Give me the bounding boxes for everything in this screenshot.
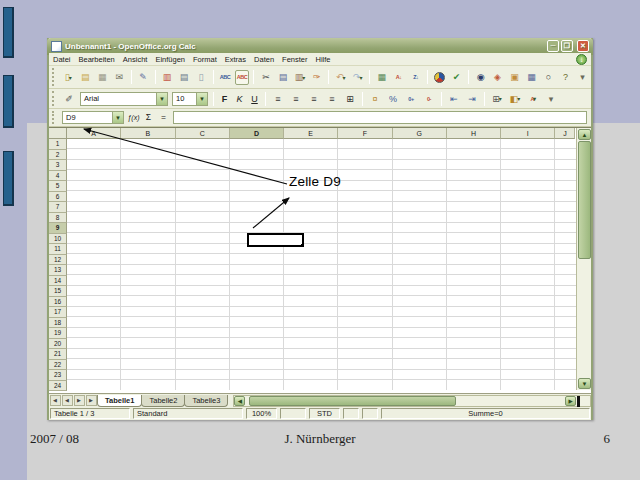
row-header-10[interactable]: 10 bbox=[49, 234, 67, 245]
borders-icon[interactable]: ⊞▾ bbox=[489, 91, 505, 106]
justify-icon[interactable]: ≡ bbox=[324, 91, 340, 106]
align-center-icon[interactable]: ≡ bbox=[288, 91, 304, 106]
selected-cell-d9[interactable] bbox=[247, 233, 304, 247]
last-sheet-icon[interactable]: ▶ bbox=[86, 395, 97, 406]
status-selection-mode[interactable]: STD bbox=[309, 408, 340, 419]
row-header-3[interactable]: 3 bbox=[49, 160, 67, 171]
open-folder-icon[interactable]: ▤ bbox=[78, 70, 93, 85]
row-header-4[interactable]: 4 bbox=[49, 171, 67, 182]
column-header-A[interactable]: A bbox=[67, 128, 121, 139]
font-name-combobox[interactable]: Arial ▼ bbox=[80, 92, 168, 106]
function-wizard-icon[interactable]: ƒ(x) bbox=[126, 111, 141, 124]
previous-sheet-icon[interactable]: ◀ bbox=[62, 395, 73, 406]
number-currency-icon[interactable]: ¤ bbox=[367, 91, 383, 106]
row-header-14[interactable]: 14 bbox=[49, 276, 67, 287]
undo-icon[interactable]: ↶▾ bbox=[333, 70, 348, 85]
email-document-icon[interactable]: ✉ bbox=[112, 70, 127, 85]
gallery-icon[interactable]: ▣ bbox=[507, 70, 522, 85]
chevron-down-icon[interactable]: ▼ bbox=[112, 112, 123, 123]
sheet-tab-tabelle2[interactable]: Tabelle2 bbox=[141, 395, 185, 407]
navigator-icon[interactable]: ◈ bbox=[490, 70, 505, 85]
row-header-7[interactable]: 7 bbox=[49, 202, 67, 213]
column-header-F[interactable]: F bbox=[338, 128, 392, 139]
menu-item-6[interactable]: Daten bbox=[254, 55, 274, 64]
align-left-icon[interactable]: ≡ bbox=[270, 91, 286, 106]
first-sheet-icon[interactable]: ◀ bbox=[50, 395, 61, 406]
toolbar-grip[interactable] bbox=[52, 111, 57, 125]
column-header-D[interactable]: D bbox=[230, 128, 284, 139]
maximize-button[interactable]: ❐ bbox=[561, 40, 573, 52]
menu-item-0[interactable]: Datei bbox=[53, 55, 71, 64]
row-header-22[interactable]: 22 bbox=[49, 360, 67, 371]
decrease-indent-icon[interactable]: ⇤ bbox=[446, 91, 462, 106]
vertical-scroll-thumb[interactable] bbox=[578, 141, 591, 259]
row-header-2[interactable]: 2 bbox=[49, 150, 67, 161]
number-percent-icon[interactable]: % bbox=[385, 91, 401, 106]
edit-file-icon[interactable]: ✎ bbox=[136, 70, 151, 85]
row-header-9[interactable]: 9 bbox=[49, 223, 67, 234]
column-header-E[interactable]: E bbox=[284, 128, 338, 139]
italic-button[interactable]: K bbox=[233, 92, 246, 106]
row-header-16[interactable]: 16 bbox=[49, 297, 67, 308]
bold-button[interactable]: F bbox=[218, 92, 231, 106]
formula-input-line[interactable] bbox=[173, 111, 587, 124]
equals-icon[interactable]: = bbox=[156, 111, 171, 124]
sort-table-icon[interactable]: ▦ bbox=[374, 70, 389, 85]
name-box[interactable]: D9 ▼ bbox=[62, 111, 124, 124]
row-header-21[interactable]: 21 bbox=[49, 349, 67, 360]
chevron-down-icon[interactable]: ▼ bbox=[156, 93, 167, 105]
data-sources-icon[interactable]: ▦ bbox=[524, 70, 539, 85]
status-sum[interactable]: Summe=0 bbox=[381, 408, 590, 419]
row-header-18[interactable]: 18 bbox=[49, 318, 67, 329]
scroll-left-icon[interactable]: ◀ bbox=[234, 396, 245, 406]
find-replace-icon[interactable]: ◉ bbox=[473, 70, 488, 85]
auto-spellcheck-icon[interactable]: ABC bbox=[235, 70, 250, 85]
copy-icon[interactable]: ▤ bbox=[275, 70, 290, 85]
export-pdf-icon[interactable]: ▥ bbox=[160, 70, 175, 85]
next-sheet-icon[interactable]: ▶ bbox=[74, 395, 85, 406]
spellcheck-icon[interactable]: ABC bbox=[218, 70, 233, 85]
row-header-20[interactable]: 20 bbox=[49, 339, 67, 350]
paste-icon[interactable]: ▥▾ bbox=[292, 70, 307, 85]
background-color-icon[interactable]: ◧▾ bbox=[507, 91, 523, 106]
menu-item-8[interactable]: Hilfe bbox=[316, 55, 331, 64]
toolbar-overflow-icon[interactable]: ▾ bbox=[575, 70, 590, 85]
horizontal-scrollbar[interactable]: ◀ ▶ bbox=[233, 395, 591, 407]
format-paintbrush-icon[interactable]: ✑ bbox=[309, 70, 324, 85]
save-document-icon[interactable]: ▦ bbox=[95, 70, 110, 85]
row-header-17[interactable]: 17 bbox=[49, 307, 67, 318]
column-header-H[interactable]: H bbox=[447, 128, 501, 139]
menu-item-3[interactable]: Einfügen bbox=[155, 55, 185, 64]
underline-button[interactable]: U bbox=[248, 92, 261, 106]
row-header-19[interactable]: 19 bbox=[49, 328, 67, 339]
print-icon[interactable]: ▤ bbox=[177, 70, 192, 85]
cut-icon[interactable]: ✂ bbox=[258, 70, 273, 85]
menu-item-5[interactable]: Extras bbox=[225, 55, 246, 64]
row-header-6[interactable]: 6 bbox=[49, 192, 67, 203]
menu-item-7[interactable]: Fenster bbox=[282, 55, 307, 64]
column-header-J[interactable]: J bbox=[555, 128, 575, 139]
row-header-11[interactable]: 11 bbox=[49, 244, 67, 255]
column-header-I[interactable]: I bbox=[501, 128, 555, 139]
scroll-right-icon[interactable]: ▶ bbox=[565, 396, 576, 406]
row-header-24[interactable]: 24 bbox=[49, 381, 67, 392]
redo-icon[interactable]: ↷▾ bbox=[350, 70, 365, 85]
status-zoom[interactable]: 100% bbox=[246, 408, 277, 419]
toolbar-overflow-icon[interactable]: ▾ bbox=[543, 91, 559, 106]
styles-and-formatting-icon[interactable]: ✐ bbox=[61, 91, 77, 106]
row-header-23[interactable]: 23 bbox=[49, 370, 67, 381]
sheet-tab-tabelle3[interactable]: Tabelle3 bbox=[184, 395, 228, 407]
toolbar-grip[interactable] bbox=[52, 91, 57, 106]
font-color-icon[interactable]: A▾ bbox=[525, 91, 541, 106]
close-button[interactable]: ✕ bbox=[577, 40, 589, 52]
row-header-5[interactable]: 5 bbox=[49, 181, 67, 192]
delete-decimal-icon[interactable]: 0- bbox=[421, 91, 437, 106]
toolbar-grip[interactable] bbox=[52, 68, 57, 86]
add-decimal-icon[interactable]: 0+ bbox=[403, 91, 419, 106]
chevron-down-icon[interactable]: ▼ bbox=[196, 93, 207, 105]
page-preview-icon[interactable]: ▯ bbox=[194, 70, 209, 85]
row-header-1[interactable]: 1 bbox=[49, 139, 67, 150]
menu-item-2[interactable]: Ansicht bbox=[123, 55, 148, 64]
select-all-corner[interactable] bbox=[49, 128, 67, 139]
scrollbar-resize-notch[interactable] bbox=[577, 396, 580, 407]
